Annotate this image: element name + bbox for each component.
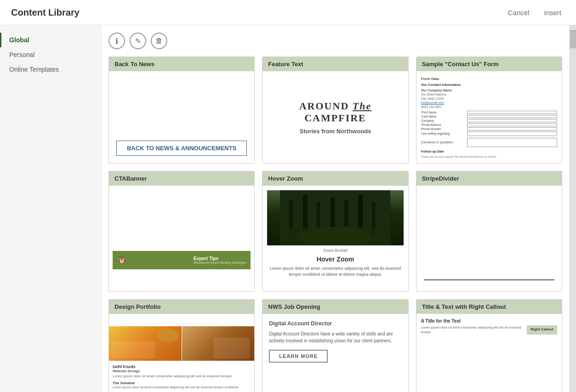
city-label: City, State 12345	[421, 97, 444, 100]
lastname-field	[467, 115, 557, 118]
callout-badge: Right Callout	[527, 325, 557, 335]
header-actions: Cancel Insert	[504, 7, 565, 18]
card-header-back-to-news: Back To News	[109, 57, 254, 71]
sidebar-item-personal[interactable]: Personal	[0, 47, 101, 62]
comments-field	[467, 138, 557, 147]
contact-info-label: Our Contact Information	[421, 83, 461, 87]
phone-label: (800) 123-4567	[421, 105, 441, 108]
template-card-back-to-news[interactable]: Back To News BACK TO NEWS & ANNOUNCEMENT…	[108, 57, 255, 164]
cta-subtitle: Woodlands Expert Birding Strategies	[194, 261, 246, 264]
toolbar: ℹ ✎ 🗑	[108, 33, 562, 49]
app-title: Content Library	[11, 7, 80, 18]
job-desc: Digital Account Directors have a wide va…	[269, 330, 401, 344]
template-card-design-portfolio[interactable]: Design Portfolio Gehl Foods	[108, 299, 255, 392]
cancel-button[interactable]: Cancel	[504, 7, 533, 18]
address-label: Our Street Address	[421, 93, 446, 96]
email-label: *Email Address	[421, 123, 466, 126]
email-field	[467, 123, 557, 126]
template-card-stripe-divider[interactable]: StripeDivider	[416, 171, 562, 292]
comments-label: Comments or Questions	[421, 141, 466, 144]
edit-icon[interactable]: ✎	[130, 33, 146, 49]
scrollbar[interactable]	[570, 25, 576, 392]
email-link: info@oursite.com	[421, 101, 445, 104]
sidebar-item-online-templates[interactable]: Online Templates	[0, 62, 101, 77]
template-card-feature-text[interactable]: Feature Text AROUND The CAMPFIRE Stories…	[262, 57, 408, 164]
card-header-design-portfolio: Design Portfolio	[109, 300, 254, 314]
phone-field	[467, 127, 557, 131]
back-news-link[interactable]: BACK TO NEWS & ANNOUNCEMENTS	[116, 141, 247, 156]
svg-rect-9	[280, 227, 390, 245]
template-card-contact-form[interactable]: Sample "Contact Us" Form Form Data Our C…	[416, 57, 562, 164]
divider-line	[424, 279, 554, 280]
template-grid: Back To News BACK TO NEWS & ANNOUNCEMENT…	[108, 57, 562, 392]
portfolio-text: Gehl Foods Website Design Lorem ipsum do…	[109, 361, 254, 392]
company-field	[467, 119, 557, 122]
callout-text: Lorem ipsum dolor sit amet consectetur a…	[421, 325, 525, 335]
hover-zoom-text: Lorem ipsum dolor sit amet, consectetur …	[267, 266, 403, 277]
forest-svg	[267, 190, 403, 245]
company-name-label: Our Company Name	[421, 89, 452, 92]
card-header-contact-form: Sample "Contact Us" Form	[416, 57, 562, 71]
cta-title: Expert Tips	[194, 256, 246, 261]
campfire-subtitle: Stories from Northwoods	[299, 128, 371, 135]
regarding-field	[467, 131, 557, 136]
firstname-label: *First Name	[421, 111, 466, 114]
form-data-title: Form Data	[421, 77, 439, 81]
thank-you-text: Thank you for your inquiry! You will be …	[421, 155, 497, 158]
main-content: ℹ ✎ 🗑 Back To News BACK TO NEWS & ANNOUN…	[101, 25, 570, 392]
callout-title: A Title for the Text	[421, 318, 461, 324]
portfolio-images	[109, 326, 254, 361]
template-card-nws-job[interactable]: NWS Job Opening Digital Account Director…	[262, 299, 408, 392]
portfolio-img-1	[109, 326, 182, 361]
template-card-hover-zoom[interactable]: Hover Zoom	[262, 171, 408, 292]
template-card-cta-banner[interactable]: CTABanner 🦉 Expert Tips Woodlands Expert…	[108, 171, 255, 292]
portfolio-desc: Lorem ipsum dolor sit amet consectetur a…	[113, 374, 251, 379]
regarding-label: I am writing regarding	[421, 132, 466, 135]
firstname-field	[467, 111, 557, 114]
portfolio-solution-text: Lorem ipsum dolor sit amet consectetur a…	[113, 385, 251, 390]
portfolio-company-sub: Website Design	[113, 369, 251, 373]
portfolio-solution-title: The Solution	[113, 381, 251, 385]
company-label: Company	[421, 119, 466, 122]
job-title: Digital Account Director	[269, 320, 332, 327]
delete-icon[interactable]: 🗑	[151, 33, 167, 49]
template-card-title-callout[interactable]: Title & Text with Right Callout A Title …	[416, 299, 562, 392]
info-icon[interactable]: ℹ	[108, 33, 125, 49]
body-layout: Global Personal Online Templates ℹ ✎ 🗑 B…	[0, 25, 576, 392]
campfire-logo: AROUND The CAMPFIRE	[270, 100, 400, 124]
card-header-stripe-divider: StripeDivider	[416, 171, 562, 186]
sidebar-item-global[interactable]: Global	[0, 33, 101, 47]
cta-banner-image: 🦉 Expert Tips Woodlands Expert Birding S…	[113, 251, 251, 269]
header: Content Library Cancel Insert	[0, 0, 576, 25]
followup-label: Follow-up Date	[421, 150, 444, 153]
forest-image	[267, 190, 403, 245]
insert-button[interactable]: Insert	[540, 7, 565, 18]
card-header-title-callout: Title & Text with Right Callout	[416, 300, 562, 314]
card-header-nws-job: NWS Job Opening	[262, 300, 408, 314]
portfolio-img-2	[182, 326, 255, 361]
card-header-feature-text: Feature Text	[262, 57, 408, 71]
lastname-label: *Last Name	[421, 115, 466, 118]
cta-owl-icon: 🦉	[117, 256, 126, 265]
sidebar: Global Personal Online Templates	[0, 25, 101, 392]
portfolio-company: Gehl Foods	[113, 364, 251, 369]
zoom-bucket-label: Zoom Bucket	[323, 248, 348, 253]
callout-content: Lorem ipsum dolor sit amet consectetur a…	[421, 325, 557, 335]
scroll-thumb[interactable]	[570, 30, 576, 48]
card-header-hover-zoom: Hover Zoom	[262, 171, 408, 186]
hover-zoom-title: Hover Zoom	[317, 256, 354, 263]
phone-field-label: Phone Number	[421, 127, 466, 131]
learn-more-button[interactable]: LEARN MORE	[269, 350, 328, 363]
card-header-cta-banner: CTABanner	[109, 171, 254, 186]
